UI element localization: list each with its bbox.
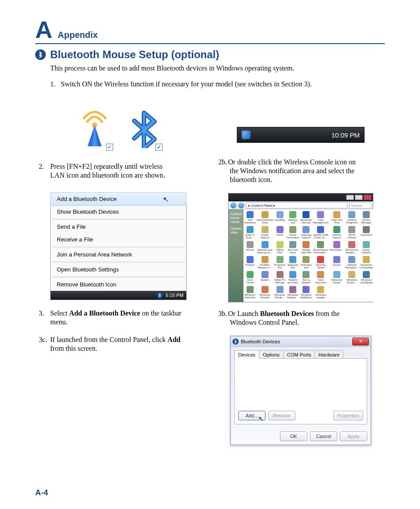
cp-icon[interactable]: Regional and Languag… xyxy=(287,256,299,270)
cp-icon[interactable]: Taskbar and Start Menu xyxy=(287,271,299,285)
step-2-line1: Press [FN+F2] repeatedly until wireless xyxy=(50,163,162,170)
tab-devices[interactable]: Devices xyxy=(234,350,259,359)
cp-icon[interactable]: Ease of Acce… xyxy=(244,226,256,240)
cp-icon[interactable]: Phone and Modem … xyxy=(345,241,359,255)
left-column: ✓ ✓ 2. Press [FN+F2] repeatedly until wi… xyxy=(35,100,203,445)
bluetooth-tray-icon[interactable] xyxy=(157,292,163,298)
step-3b-post: from the xyxy=(314,310,340,317)
apply-button[interactable]: Apply xyxy=(340,431,367,441)
bluetooth-devices-dialog: Bluetooth Devices ✕ Devices Options COM … xyxy=(230,336,371,445)
btdev-tabpanel: Add... Remove Properties ↖ xyxy=(234,358,367,424)
cp-icon[interactable]: Windows CardSpace xyxy=(360,271,373,285)
wireless-console-tray-icon[interactable] xyxy=(242,130,251,139)
cp-icon[interactable]: Symantec LiveUpdate xyxy=(360,256,373,270)
bluetooth-icon xyxy=(35,49,46,60)
step-3-pre: Select xyxy=(50,309,69,317)
cp-icon[interactable]: Network and Sharing Ce… xyxy=(257,241,273,255)
minimize-button[interactable] xyxy=(346,195,354,200)
cp-icon[interactable]: Keyboard xyxy=(360,226,373,240)
cp-icon[interactable]: Backup and Restore C… xyxy=(287,211,299,225)
nav-back-button[interactable] xyxy=(230,202,236,208)
cp-icon[interactable]: Windows Anytim… xyxy=(345,271,359,285)
cp-addressbar: ▸ Control Panel ▸ Search xyxy=(228,201,373,209)
cp-icon[interactable]: Sync Center xyxy=(244,271,256,285)
cp-icon[interactable]: Offline Files xyxy=(274,241,286,255)
cp-icon[interactable]: Personaliz… xyxy=(329,241,344,255)
cp-icon[interactable]: Windows SideShow xyxy=(300,286,312,300)
cp-icon[interactable]: Sound xyxy=(329,256,344,270)
close-button[interactable] xyxy=(364,195,372,200)
cp-icon-grid: Add HardwareAdministrative ToolsAutoPlay… xyxy=(243,209,374,302)
cp-icon[interactable]: Windows Mobilit… xyxy=(274,286,286,300)
cp-icon[interactable]: Intel(R) GMA Driver for… xyxy=(313,226,328,240)
cp-icon[interactable]: Speech Recogniti… xyxy=(345,256,359,270)
step-1: 1. Switch ON the Wireless function if ne… xyxy=(50,80,385,88)
close-button[interactable]: ✕ xyxy=(352,338,369,346)
tab-com-ports[interactable]: COM Ports xyxy=(283,350,315,359)
tab-options[interactable]: Options xyxy=(259,350,284,359)
cancel-button[interactable]: Cancel xyxy=(310,431,337,441)
cp-icon[interactable]: Windows Firewall xyxy=(257,286,273,300)
cp-icon[interactable]: iSCSI Initiator xyxy=(345,226,359,240)
step-2-line2: LAN icon and bluetooth icon are shown. xyxy=(50,171,203,180)
cp-icon[interactable]: Windows Update xyxy=(313,286,328,300)
cp-icon[interactable]: Folder Options xyxy=(257,226,273,240)
cp-icon[interactable]: Mouse xyxy=(244,241,256,255)
cp-icon[interactable]: Scanners and Cameras xyxy=(300,256,312,270)
cp-icon[interactable]: Programs and Features xyxy=(274,256,286,270)
menu-item-show-devices[interactable]: Show Bluetooth Devices xyxy=(51,205,186,218)
cp-classic-link[interactable]: Classic View xyxy=(230,227,242,234)
menu-item-add-device[interactable]: Add a Bluetooth Device ↖ xyxy=(50,192,187,206)
cp-icon[interactable]: Bluetooth Devices xyxy=(300,211,312,225)
cp-icon[interactable]: Pen and Input Devices xyxy=(287,241,299,255)
ok-button[interactable]: OK xyxy=(280,431,307,441)
cp-icon[interactable]: Power Options xyxy=(360,241,373,255)
cp-icon[interactable]: Performance Informatio… xyxy=(313,241,328,255)
cp-icon[interactable]: Tablet PC Settings xyxy=(274,271,286,285)
cp-icon[interactable]: Administrative Tools xyxy=(257,211,273,225)
cp-icon[interactable]: Device Manager xyxy=(360,211,373,225)
cp-icon[interactable]: Game Controllers xyxy=(287,226,299,240)
step-3-num: 3. xyxy=(39,309,48,318)
remove-button[interactable]: Remove xyxy=(268,411,295,420)
cp-icon[interactable]: Internet Options xyxy=(329,226,344,240)
cp-icon[interactable]: Security Center xyxy=(313,256,328,270)
appendix-letter: A xyxy=(35,18,52,41)
cp-icon[interactable]: Problem Reports a… xyxy=(257,256,273,270)
properties-button[interactable]: Properties xyxy=(333,411,363,420)
cp-icon[interactable]: Color Management xyxy=(313,211,328,225)
tab-hardware[interactable]: Hardware xyxy=(314,350,343,359)
step-2b-line2: the Windows notification area and select… xyxy=(218,167,385,175)
cp-icon[interactable]: Printers xyxy=(244,256,256,270)
bluetooth-checkbox-icon: ✓ xyxy=(155,144,162,151)
cp-icon[interactable]: Text to Speech xyxy=(300,271,312,285)
cp-icon[interactable]: Indexing Options xyxy=(300,226,312,240)
bluetooth-large-icon: ✓ xyxy=(128,110,160,148)
maximize-button[interactable] xyxy=(355,195,363,200)
cp-icon[interactable]: Windows Sidebar… xyxy=(287,286,299,300)
cp-icon[interactable]: Default Programs xyxy=(345,211,359,225)
cp-icon[interactable]: AutoPlay xyxy=(274,211,286,225)
cp-icon[interactable]: People Near Me xyxy=(300,241,312,255)
bluetooth-context-menu: Add a Bluetooth Device ↖ Show Bluetooth … xyxy=(50,192,187,300)
menu-item-join-pan[interactable]: Join a Personal Area Network xyxy=(51,248,186,261)
search-input[interactable]: Search xyxy=(349,202,371,208)
breadcrumb[interactable]: ▸ Control Panel ▸ xyxy=(246,202,347,208)
cp-icon[interactable]: Welcome Center xyxy=(329,271,344,285)
btdev-tabs: Devices Options COM Ports Hardware xyxy=(234,350,367,359)
menu-item-open-settings[interactable]: Open Bluetooth Settings xyxy=(51,263,186,276)
cp-icon[interactable]: User Accounts xyxy=(313,271,328,285)
menu-item-remove-icon[interactable]: Remove Bluetooth Icon xyxy=(51,278,186,291)
cp-icon[interactable]: Windows Defender xyxy=(244,286,256,300)
nav-forward-button[interactable] xyxy=(238,202,244,208)
cp-icon[interactable]: System xyxy=(257,271,273,285)
cp-home-link[interactable]: Control Panel Home xyxy=(230,212,242,224)
menu-item-send-file[interactable]: Send a File xyxy=(51,220,186,233)
step-2b: 2b.Or double click the Wireless Console … xyxy=(218,158,385,184)
step-2b-line1: Or double click the Wireless Console ico… xyxy=(228,158,356,166)
step-3b-line2: Windows Control Panel. xyxy=(218,318,385,327)
menu-item-receive-file[interactable]: Receive a File xyxy=(51,233,186,246)
cp-icon[interactable]: Date and Time xyxy=(329,211,344,225)
cp-icon[interactable]: Fonts xyxy=(274,226,286,240)
cp-icon[interactable]: Add Hardware xyxy=(244,211,256,225)
